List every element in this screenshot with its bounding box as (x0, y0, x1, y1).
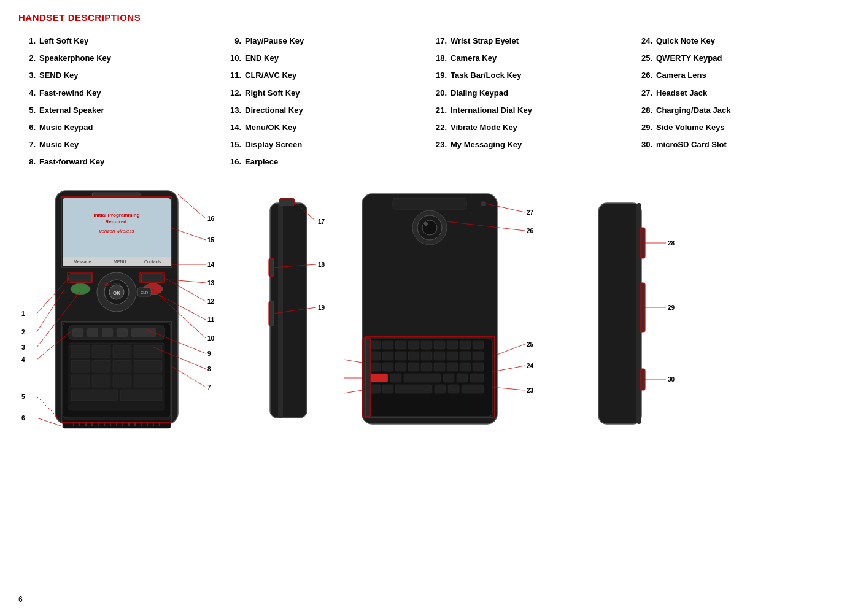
list-item: 12. Right Soft Key (224, 86, 417, 101)
svg-text:3: 3 (21, 344, 25, 351)
list-item: 15.Display Screen (224, 137, 417, 152)
right-side-phone-diagram: 28 29 30 (586, 185, 697, 442)
side-phone-diagram: 17 18 19 (249, 185, 335, 442)
svg-rect-34 (92, 360, 110, 372)
svg-line-169 (344, 390, 362, 393)
svg-text:Initial Programming: Initial Programming (93, 212, 139, 218)
svg-rect-146 (470, 374, 484, 382)
item-number: 1. (18, 36, 36, 47)
svg-text:verizon: verizon (104, 282, 120, 287)
item-label: Display Screen (245, 139, 302, 150)
item-label: Camera Lens (656, 70, 706, 81)
svg-text:30: 30 (668, 376, 675, 383)
svg-text:14: 14 (207, 261, 215, 268)
list-item: 26.Camera Lens (635, 68, 829, 83)
svg-rect-37 (71, 375, 90, 387)
svg-rect-29 (71, 345, 90, 358)
svg-point-110 (422, 220, 437, 235)
svg-rect-127 (421, 352, 432, 360)
items-grid: 1.Left Soft Key2.Speakerphone Key3.SEND … (18, 34, 829, 170)
item-number: 26. (635, 70, 652, 81)
list-item: 17.Wrist Strap Eyelet (430, 34, 623, 48)
item-number: 12. (224, 88, 241, 99)
item-label: Play/Pause Key (245, 36, 304, 47)
item-number: 28. (635, 105, 652, 116)
svg-rect-116 (395, 341, 406, 349)
svg-rect-175 (640, 369, 645, 390)
item-label: Menu/OK Key (245, 122, 297, 133)
svg-point-12 (71, 283, 90, 295)
svg-rect-126 (408, 352, 419, 360)
svg-text:15: 15 (207, 237, 215, 244)
item-number: 10. (224, 53, 241, 64)
svg-rect-139 (460, 363, 471, 371)
svg-rect-132 (369, 363, 381, 371)
svg-rect-32 (134, 345, 162, 358)
list-item: 30.microSD Card Slot (635, 137, 829, 152)
svg-text:18: 18 (318, 261, 325, 268)
item-label: Speakerphone Key (39, 53, 111, 64)
svg-text:13: 13 (207, 280, 215, 287)
svg-rect-125 (395, 352, 406, 360)
svg-rect-26 (117, 328, 128, 337)
svg-text:OK: OK (113, 290, 120, 296)
svg-text:17: 17 (318, 218, 325, 225)
svg-text:Message: Message (74, 260, 91, 264)
items-col-2: 9.Play/Pause Key10.END Key11.CLR/AVC Key… (224, 34, 417, 170)
list-item: 20.Dialing Keypad (430, 86, 623, 101)
list-item: 13.Directional Key (224, 103, 417, 118)
svg-rect-10 (69, 274, 92, 282)
item-number: 15. (224, 139, 241, 150)
svg-rect-95 (270, 203, 307, 418)
item-label: My Messaging Key (451, 139, 522, 150)
svg-rect-107 (393, 198, 466, 209)
svg-rect-118 (421, 341, 432, 349)
svg-text:26: 26 (527, 228, 534, 234)
svg-rect-142 (390, 374, 401, 382)
page-number: 6 (18, 595, 23, 604)
items-col-1: 1.Left Soft Key2.Speakerphone Key3.SEND … (18, 34, 212, 170)
item-number: 4. (18, 88, 36, 99)
svg-rect-171 (598, 203, 641, 424)
svg-rect-134 (395, 363, 406, 371)
svg-text:23: 23 (527, 387, 534, 394)
svg-rect-138 (447, 363, 458, 371)
list-item: 25.QWERTY Keypad (635, 51, 829, 66)
item-number: 25. (635, 53, 652, 64)
list-item: 4.Fast-rewind Key (18, 86, 212, 101)
list-item: 10.END Key (224, 51, 417, 66)
item-number: 21. (430, 105, 447, 116)
list-item: 21.International Dial Key (430, 103, 623, 118)
svg-text:19: 19 (318, 304, 325, 311)
list-item: 23.My Messaging Key (430, 137, 623, 152)
svg-rect-123 (369, 352, 381, 360)
svg-rect-136 (421, 363, 432, 371)
svg-text:27: 27 (527, 209, 534, 216)
svg-rect-39 (113, 375, 131, 387)
item-label: Wrist Strap Eyelet (451, 36, 519, 47)
item-label: Dialing Keypad (451, 88, 508, 99)
svg-rect-122 (473, 341, 484, 349)
svg-rect-135 (408, 363, 419, 371)
list-item: 16.Earpiece (224, 155, 417, 169)
svg-rect-9 (92, 193, 141, 196)
item-number: 8. (18, 156, 36, 167)
item-label: Headset Jack (656, 88, 707, 99)
list-item: 19.Task Bar/Lock Key (430, 68, 623, 83)
front-phone-diagram: Initial Programming Required. verizon wi… (18, 185, 239, 442)
svg-rect-140 (473, 363, 484, 371)
svg-rect-151 (448, 385, 459, 393)
item-number: 27. (635, 88, 652, 99)
item-label: Side Volume Keys (656, 122, 725, 133)
item-label: SEND Key (39, 70, 79, 81)
svg-rect-23 (72, 328, 83, 337)
list-item: 24.Quick Note Key (635, 34, 829, 48)
item-number: 3. (18, 70, 36, 81)
item-number: 9. (224, 36, 241, 47)
list-item: 29.Side Volume Keys (635, 120, 829, 135)
svg-rect-115 (382, 341, 393, 349)
svg-rect-150 (435, 385, 446, 393)
item-number: 19. (430, 70, 447, 81)
item-number: 16. (224, 156, 241, 167)
list-item: 8.Fast-forward Key (18, 155, 212, 169)
